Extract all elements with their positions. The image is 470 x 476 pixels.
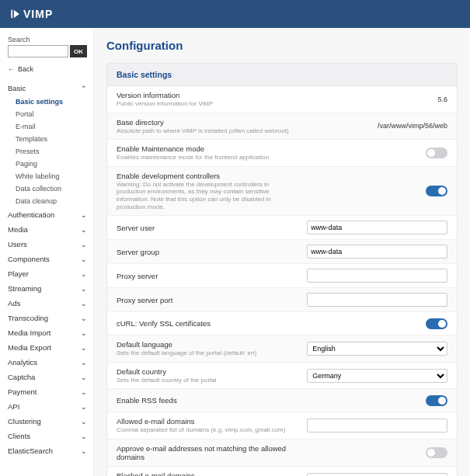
chevron-down-icon: ⌄: [81, 447, 87, 455]
setting-label: Proxy server: [117, 272, 299, 280]
chevron-down-icon: ⌄: [81, 344, 87, 352]
sidebar-item-paging[interactable]: Paging: [16, 158, 87, 170]
setting-row: Approve e-mail addresses not matching th…: [107, 440, 457, 467]
sidebar-item-data-collection[interactable]: Data collection: [16, 182, 87, 195]
nav-media-import[interactable]: Media Import⌄: [8, 325, 87, 340]
back-link[interactable]: ← Back: [8, 65, 87, 73]
chevron-down-icon: ⌄: [81, 388, 87, 396]
setting-toggle[interactable]: [426, 318, 447, 329]
setting-row: Proxy server port: [107, 288, 457, 312]
nav-captcha[interactable]: Captcha⌄: [8, 370, 87, 384]
setting-row: cURL: Verify SSL certificates: [107, 312, 457, 335]
nav-elasticsearch[interactable]: ElasticSearch⌄: [8, 443, 87, 458]
setting-input[interactable]: [307, 419, 447, 433]
nav-users[interactable]: Users⌄: [8, 237, 87, 252]
setting-description: Sets the default country of the portal: [117, 377, 299, 384]
sidebar-item-presets[interactable]: Presets: [16, 145, 87, 158]
setting-input[interactable]: [307, 293, 447, 307]
sidebar-item-templates[interactable]: Templates: [16, 133, 87, 145]
chevron-down-icon: ⌄: [81, 374, 87, 381]
nav-ads[interactable]: Ads⌄: [8, 296, 87, 311]
play-icon: [9, 9, 20, 19]
chevron-up-icon: ⌃: [81, 85, 87, 92]
setting-label: Proxy server port: [117, 296, 299, 304]
setting-label: Server group: [117, 248, 299, 256]
nav-api[interactable]: API⌄: [8, 399, 87, 414]
setting-row: Default languageSets the default languag…: [107, 335, 457, 363]
chevron-down-icon: ⌄: [81, 241, 87, 248]
setting-select[interactable]: Germany: [307, 369, 447, 383]
chevron-down-icon: ⌄: [81, 329, 87, 337]
setting-row: Enable Maintenance modeEnables maintenan…: [107, 140, 457, 167]
search-label: Search: [8, 36, 87, 43]
setting-select[interactable]: English: [307, 342, 447, 356]
brand-logo[interactable]: VIMP: [9, 8, 53, 20]
sidebar-item-e-mail[interactable]: E-mail: [16, 120, 87, 133]
setting-description: Sets the default language of the portal …: [117, 349, 299, 357]
chevron-down-icon: ⌄: [81, 270, 87, 278]
arrow-left-icon: ←: [8, 65, 15, 73]
nav-streaming[interactable]: Streaming⌄: [8, 281, 87, 296]
setting-row: Enable RSS feeds: [107, 389, 457, 412]
setting-input[interactable]: [307, 269, 447, 283]
sidebar-item-portal[interactable]: Portal: [16, 108, 87, 120]
setting-row: Enable development controllersWarning: D…: [107, 167, 457, 216]
main-content: Configuration Basic settings Version inf…: [93, 28, 470, 476]
setting-row: Allowed e-mail domainsComma separated li…: [107, 412, 457, 440]
nav-authentication[interactable]: Authentication⌄: [8, 207, 87, 222]
search-input[interactable]: [8, 45, 68, 57]
nav-analytics[interactable]: Analytics⌄: [8, 355, 87, 370]
panel-header: Basic settings: [107, 64, 457, 86]
setting-input[interactable]: [307, 473, 447, 476]
chevron-down-icon: ⌄: [81, 226, 87, 234]
setting-value: /var/www/vimp/56/web: [378, 122, 447, 130]
setting-toggle[interactable]: [426, 447, 447, 458]
brand-text: VIMP: [23, 8, 53, 20]
settings-panel: Basic settings Version informationPublic…: [106, 63, 458, 476]
setting-label: Default language: [117, 340, 299, 349]
nav-media-export[interactable]: Media Export⌄: [8, 340, 87, 355]
setting-toggle[interactable]: [426, 395, 447, 406]
setting-label: Default country: [117, 367, 299, 376]
setting-description: Absolute path to where ViMP is installed…: [117, 127, 299, 135]
nav-media[interactable]: Media⌄: [8, 222, 87, 237]
nav-components[interactable]: Components⌄: [8, 252, 87, 266]
nav-basic[interactable]: Basic ⌃: [8, 81, 87, 96]
setting-input[interactable]: [307, 221, 447, 235]
topbar: VIMP: [0, 0, 470, 28]
chevron-down-icon: ⌄: [81, 255, 87, 263]
sidebar-item-data-cleanup[interactable]: Data cleanup: [16, 195, 87, 207]
setting-input[interactable]: [307, 245, 447, 259]
chevron-down-icon: ⌄: [81, 314, 87, 322]
setting-label: Enable RSS feeds: [117, 396, 299, 405]
search-ok-button[interactable]: OK: [70, 45, 87, 57]
sidebar-item-white-labeling[interactable]: White labeling: [16, 170, 87, 182]
setting-label: Enable development controllers: [117, 172, 299, 180]
sidebar-item-basic-settings[interactable]: Basic settings: [16, 96, 87, 108]
setting-label: Server user: [117, 224, 299, 232]
chevron-down-icon: ⌄: [81, 433, 87, 440]
setting-description: Comma separated list of domains (e.g. vi…: [117, 426, 299, 434]
setting-description: Warning: Do not activate the development…: [117, 181, 299, 210]
setting-toggle[interactable]: [426, 186, 447, 196]
nav-transcoding[interactable]: Transcoding⌄: [8, 311, 87, 325]
nav-clustering[interactable]: Clustering⌄: [8, 414, 87, 429]
chevron-down-icon: ⌄: [81, 359, 87, 367]
chevron-down-icon: ⌄: [81, 300, 87, 307]
chevron-down-icon: ⌄: [81, 211, 87, 219]
setting-row: Default countrySets the default country …: [107, 363, 457, 390]
nav-payment[interactable]: Payment⌄: [8, 384, 87, 399]
setting-row: Server group: [107, 240, 457, 264]
nav-clients[interactable]: Clients⌄: [8, 429, 87, 443]
setting-label: Base directory: [117, 118, 299, 127]
setting-row: Server user: [107, 216, 457, 240]
setting-label: Version information: [117, 91, 299, 99]
chevron-down-icon: ⌄: [81, 418, 87, 426]
setting-row: Blocked e-mail domainsComma separated li…: [107, 467, 457, 476]
setting-label: Approve e-mail addresses not matching th…: [117, 444, 299, 461]
chevron-down-icon: ⌄: [81, 285, 87, 293]
setting-description: Public version information for ViMP: [117, 100, 299, 108]
setting-toggle[interactable]: [426, 148, 447, 158]
setting-description: Enables maintenance mode for the fronten…: [117, 154, 299, 162]
nav-player[interactable]: Player⌄: [8, 266, 87, 281]
